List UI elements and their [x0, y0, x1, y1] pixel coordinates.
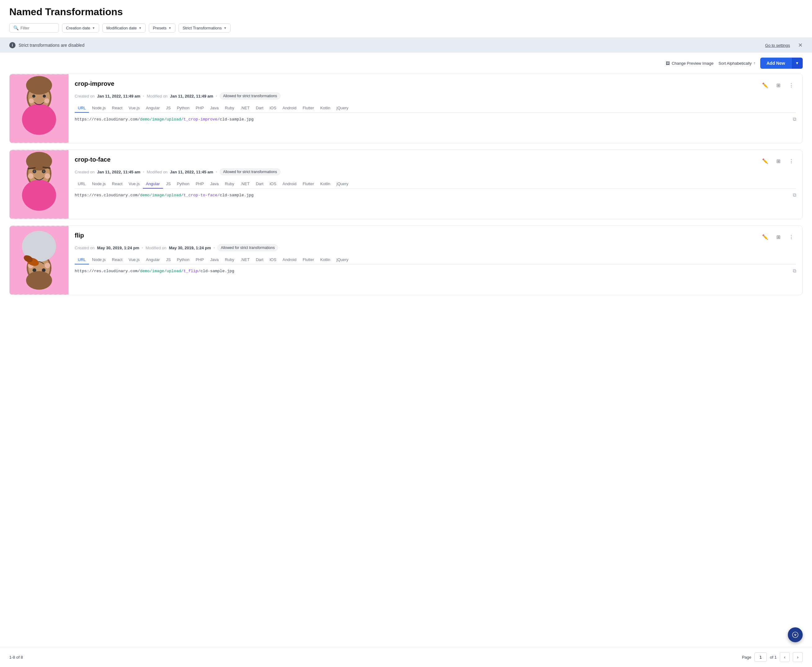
tab-dotnet-flip[interactable]: .NET [237, 256, 253, 264]
svg-point-29 [45, 263, 50, 269]
presets-filter[interactable]: Presets ▼ [149, 23, 175, 33]
add-new-button[interactable]: Add New [760, 58, 791, 69]
tab-dotnet-crop-to-face[interactable]: .NET [237, 179, 253, 189]
tab-vuejs-crop-improve[interactable]: Vue.js [125, 104, 143, 113]
card-header-flip: flip ✏️ ⊞ ⋮ [75, 232, 796, 242]
more-options-icon[interactable]: ⋮ [786, 156, 796, 166]
page-number-input[interactable] [754, 652, 767, 662]
close-banner-button[interactable]: ✕ [798, 42, 803, 48]
tab-php-crop-improve[interactable]: PHP [193, 104, 207, 113]
tab-js-flip[interactable]: JS [163, 256, 174, 264]
chevron-down-icon: ▼ [795, 61, 799, 65]
edit-icon[interactable]: ✏️ [760, 156, 770, 166]
tab-php-crop-to-face[interactable]: PHP [193, 179, 207, 189]
tab-js-crop-improve[interactable]: JS [163, 104, 174, 113]
tab-kotlin-flip[interactable]: Kotlin [317, 256, 333, 264]
tab-ios-crop-improve[interactable]: iOS [266, 104, 280, 113]
tab-url-crop-to-face[interactable]: URL [75, 179, 89, 189]
tab-nodejs-crop-to-face[interactable]: Node.js [89, 179, 109, 189]
tab-php-flip[interactable]: PHP [193, 256, 207, 264]
transformation-card-crop-improve: crop-improve ✏️ ⊞ ⋮ Created on Jan 11, 2… [9, 74, 803, 143]
tab-java-flip[interactable]: Java [207, 256, 221, 264]
edit-icon[interactable]: ✏️ [760, 232, 770, 242]
tab-python-crop-improve[interactable]: Python [174, 104, 193, 113]
card-header-crop-improve: crop-improve ✏️ ⊞ ⋮ [75, 80, 796, 90]
tab-android-crop-improve[interactable]: Android [280, 104, 300, 113]
tab-react-crop-improve[interactable]: React [109, 104, 125, 113]
tab-ruby-crop-to-face[interactable]: Ruby [221, 179, 237, 189]
filters-row: 🔍 Creation date ▼ Modification date ▼ Pr… [9, 23, 803, 33]
tab-js-crop-to-face[interactable]: JS [163, 179, 174, 189]
tab-nodejs-crop-improve[interactable]: Node.js [89, 104, 109, 113]
tab-react-crop-to-face[interactable]: React [109, 179, 125, 189]
lang-tabs-crop-improve: URL Node.js React Vue.js Angular JS Pyth… [75, 104, 796, 113]
tab-url-flip[interactable]: URL [75, 256, 89, 264]
card-body-crop-improve: crop-improve ✏️ ⊞ ⋮ Created on Jan 11, 2… [68, 74, 802, 143]
tab-ios-flip[interactable]: iOS [266, 256, 280, 264]
change-preview-button[interactable]: 🖼 Change Preview Image [666, 61, 714, 66]
tab-jquery-flip[interactable]: jQuery [333, 256, 351, 264]
tab-angular-crop-improve[interactable]: Angular [143, 104, 163, 113]
info-banner: i Strict transformations are disabled Go… [0, 38, 812, 53]
tab-java-crop-to-face[interactable]: Java [207, 179, 221, 189]
tab-kotlin-crop-improve[interactable]: Kotlin [317, 104, 333, 113]
card-actions: ✏️ ⊞ ⋮ [760, 232, 796, 242]
strict-badge-flip: Allowed for strict transformations [217, 244, 278, 251]
tab-flutter-flip[interactable]: Flutter [300, 256, 317, 264]
copy-url-button-flip[interactable]: ⧉ [793, 268, 796, 274]
card-header-crop-to-face: crop-to-face ✏️ ⊞ ⋮ [75, 156, 796, 166]
grid-icon[interactable]: ⊞ [773, 80, 783, 90]
tab-kotlin-crop-to-face[interactable]: Kotlin [317, 179, 333, 189]
tab-react-flip[interactable]: React [109, 256, 125, 264]
search-input[interactable] [20, 26, 55, 30]
tab-jquery-crop-improve[interactable]: jQuery [333, 104, 351, 113]
tab-ruby-flip[interactable]: Ruby [221, 256, 237, 264]
tab-android-crop-to-face[interactable]: Android [280, 179, 300, 189]
svg-point-3 [22, 104, 56, 135]
search-box[interactable]: 🔍 [9, 23, 59, 33]
strict-transformations-filter[interactable]: Strict Transformations ▼ [178, 23, 231, 33]
next-page-button[interactable]: › [793, 652, 803, 662]
tab-url-crop-improve[interactable]: URL [75, 104, 89, 113]
creation-date-filter[interactable]: Creation date ▼ [62, 23, 99, 33]
tab-dart-crop-improve[interactable]: Dart [253, 104, 266, 113]
fab-button[interactable] [788, 627, 803, 642]
sort-alphabetically-button[interactable]: Sort Alphabetically ↑ [719, 61, 755, 66]
tab-android-flip[interactable]: Android [280, 256, 300, 264]
url-row-flip: https://res.cloudinary.com/demo/image/up… [75, 268, 796, 274]
tab-python-crop-to-face[interactable]: Python [174, 179, 193, 189]
modification-date-filter[interactable]: Modification date ▼ [102, 23, 146, 33]
tab-ios-crop-to-face[interactable]: iOS [266, 179, 280, 189]
url-text-crop-to-face: https://res.cloudinary.com/demo/image/up… [75, 193, 253, 197]
tab-ruby-crop-improve[interactable]: Ruby [221, 104, 237, 113]
tab-angular-flip[interactable]: Angular [143, 256, 163, 264]
edit-icon[interactable]: ✏️ [760, 80, 770, 90]
add-new-dropdown-button[interactable]: ▼ [791, 58, 803, 69]
tab-java-crop-improve[interactable]: Java [207, 104, 221, 113]
prev-page-button[interactable]: ‹ [780, 652, 790, 662]
tab-angular-crop-to-face[interactable]: Angular [143, 179, 163, 189]
tab-vuejs-crop-to-face[interactable]: Vue.js [125, 179, 143, 189]
info-icon: i [9, 42, 15, 48]
go-to-settings-link[interactable]: Go to settings [765, 43, 790, 48]
tab-flutter-crop-improve[interactable]: Flutter [300, 104, 317, 113]
copy-url-button-crop-to-face[interactable]: ⧉ [793, 192, 796, 198]
tab-dart-crop-to-face[interactable]: Dart [253, 179, 266, 189]
strict-badge-crop-to-face: Allowed for strict transformations [220, 168, 281, 175]
copy-url-button-crop-improve[interactable]: ⧉ [793, 116, 796, 122]
tab-vuejs-flip[interactable]: Vue.js [125, 256, 143, 264]
tab-dart-flip[interactable]: Dart [253, 256, 266, 264]
tab-jquery-crop-to-face[interactable]: jQuery [333, 179, 351, 189]
more-options-icon[interactable]: ⋮ [786, 232, 796, 242]
chevron-down-icon: ▼ [168, 27, 171, 30]
grid-icon[interactable]: ⊞ [773, 156, 783, 166]
svg-point-17 [45, 173, 50, 179]
tab-flutter-crop-to-face[interactable]: Flutter [300, 179, 317, 189]
grid-icon[interactable]: ⊞ [773, 232, 783, 242]
more-options-icon[interactable]: ⋮ [786, 80, 796, 90]
tab-nodejs-flip[interactable]: Node.js [89, 256, 109, 264]
tab-python-flip[interactable]: Python [174, 256, 193, 264]
meta-row-crop-improve: Created on Jan 11, 2022, 11:49 am • Modi… [75, 93, 796, 100]
svg-point-12 [22, 180, 56, 211]
tab-dotnet-crop-improve[interactable]: .NET [237, 104, 253, 113]
